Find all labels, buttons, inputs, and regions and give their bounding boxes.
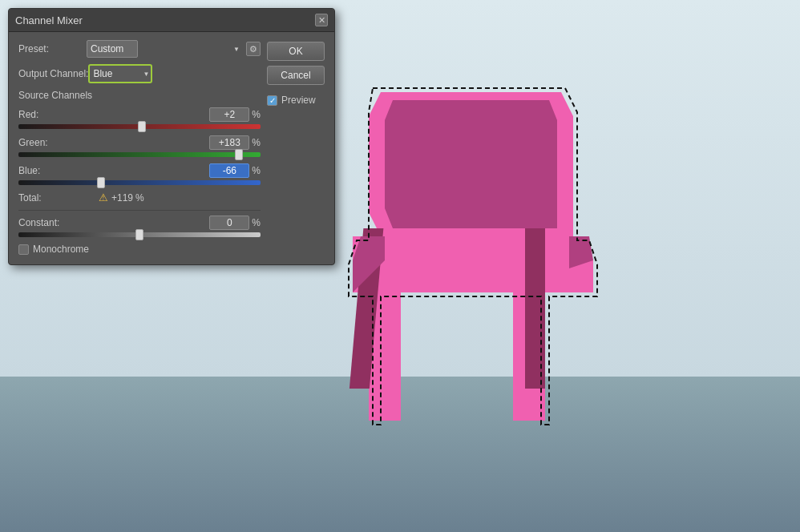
divider (18, 210, 261, 211)
blue-slider-row: Blue: % (18, 163, 261, 185)
svg-marker-2 (385, 100, 557, 228)
constant-label: Constant: (18, 217, 59, 228)
total-row: Total: ⚠ +119 % (18, 191, 261, 204)
blue-slider-thumb[interactable] (97, 177, 105, 188)
close-button[interactable]: ✕ (315, 14, 328, 26)
red-slider-thumb[interactable] (138, 121, 146, 132)
red-slider-track[interactable] (18, 124, 261, 129)
preset-label: Preset: (18, 43, 87, 54)
red-pct: % (252, 109, 261, 120)
preview-label: Preview (281, 95, 316, 106)
red-slider-top: Red: % (18, 107, 261, 122)
cancel-button[interactable]: Cancel (267, 66, 325, 85)
channel-mixer-dialog: Channel Mixer ✕ Preset: Custom ⚙ (8, 8, 335, 265)
red-label: Red: (18, 109, 59, 120)
preset-gear-button[interactable]: ⚙ (246, 42, 261, 56)
preset-select[interactable]: Custom (87, 40, 138, 58)
green-pct: % (252, 137, 261, 148)
blue-pct: % (252, 165, 261, 176)
warning-icon: ⚠ (99, 191, 108, 204)
green-slider-top: Green: % (18, 135, 261, 150)
output-channel-label: Output Channel: (18, 68, 88, 79)
green-slider-track[interactable] (18, 152, 261, 157)
monochrome-label: Monochrome (33, 244, 89, 255)
green-slider-row: Green: % (18, 135, 261, 157)
constant-slider-track[interactable] (18, 232, 261, 237)
dialog-main: Preset: Custom ⚙ Output Channel: Red G (18, 40, 325, 255)
blue-slider-top: Blue: % (18, 163, 261, 178)
total-value: +119 (111, 192, 133, 204)
constant-slider-top: Constant: % (18, 216, 261, 230)
dialog-body: Preset: Custom ⚙ Output Channel: Red G (9, 32, 334, 264)
output-channel-select[interactable]: Red Green Blue (88, 64, 152, 83)
preview-checkmark: ✓ (269, 96, 276, 105)
dialog-left-panel: Preset: Custom ⚙ Output Channel: Red G (18, 40, 261, 255)
total-pct: % (135, 192, 144, 204)
dialog-right-panel: OK Cancel ✓ Preview (267, 40, 325, 255)
dialog-title: Channel Mixer (15, 14, 83, 26)
dialog-titlebar: Channel Mixer ✕ (9, 9, 334, 32)
svg-rect-8 (525, 228, 545, 389)
blue-slider-track[interactable] (18, 180, 261, 185)
constant-slider-row: Constant: % (18, 216, 261, 237)
total-label: Total: (18, 192, 59, 204)
preview-row: ✓ Preview (267, 95, 325, 106)
constant-value-input[interactable] (209, 216, 249, 230)
green-label: Green: (18, 137, 59, 148)
constant-pct: % (252, 217, 261, 228)
monochrome-checkbox[interactable] (18, 244, 29, 255)
source-channels-label: Source Channels (18, 90, 261, 101)
chair-svg: .chair-body { fill: #f060b0; } .chair-sh… (337, 76, 657, 461)
green-value-input[interactable] (209, 135, 249, 150)
preset-row: Preset: Custom ⚙ (18, 40, 261, 58)
red-value-input[interactable] (209, 107, 249, 122)
preview-checkbox[interactable]: ✓ (267, 95, 277, 106)
ok-button[interactable]: OK (267, 42, 325, 61)
constant-slider-thumb[interactable] (135, 229, 143, 240)
red-slider-row: Red: % (18, 107, 261, 129)
monochrome-row: Monochrome (18, 244, 261, 255)
output-channel-select-wrapper: Red Green Blue (88, 64, 152, 83)
output-channel-row: Output Channel: Red Green Blue (18, 64, 261, 83)
blue-value-input[interactable] (209, 163, 249, 178)
green-slider-thumb[interactable] (235, 149, 243, 160)
blue-label: Blue: (18, 165, 59, 176)
preset-select-wrapper: Custom (87, 40, 243, 58)
